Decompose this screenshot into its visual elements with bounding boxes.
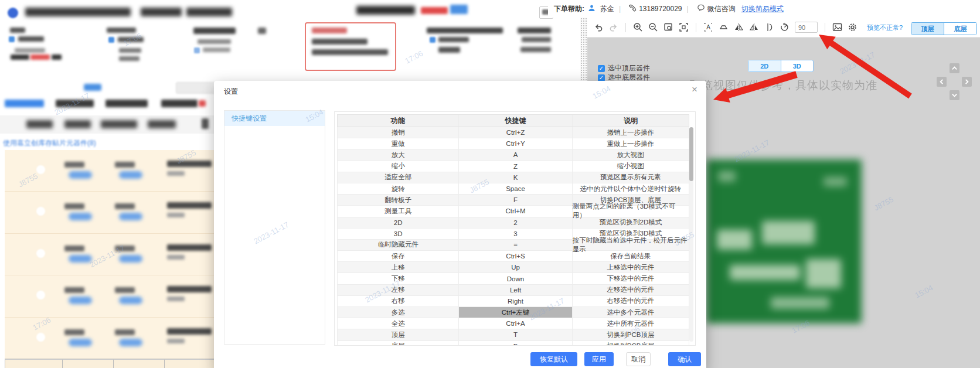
shortcut-cell[interactable]: Ctrl+S: [458, 251, 572, 261]
shortcut-cell[interactable]: Ctrl+M: [458, 206, 572, 216]
mirror-right-icon[interactable]: [749, 22, 759, 32]
blurred-cell-link[interactable]: [119, 213, 142, 220]
shortcut-cell[interactable]: Z: [458, 161, 572, 172]
blurred-cell-link[interactable]: [69, 255, 92, 263]
pan-right-button[interactable]: [962, 77, 972, 87]
shortcut-row[interactable]: 2D 2 预览区切换到2D模式: [337, 217, 689, 229]
checkbox-icon[interactable]: [9, 36, 15, 42]
checkbox-icon[interactable]: [108, 37, 114, 43]
tab[interactable]: [161, 100, 198, 107]
shortcut-cell[interactable]: Space: [458, 183, 572, 194]
tab[interactable]: [56, 100, 94, 107]
row-checkbox[interactable]: [36, 333, 45, 342]
fit-view-icon[interactable]: [679, 22, 689, 32]
shortcut-cell[interactable]: 2: [458, 217, 572, 228]
pcb-board-image[interactable]: [706, 159, 862, 323]
redo-icon[interactable]: [608, 22, 618, 32]
confirm-button[interactable]: 确认: [668, 352, 701, 366]
stock-parts-link[interactable]: 使用嘉立创库存贴片元器件(8): [3, 138, 96, 148]
shortcut-cell[interactable]: Ctrl+Z: [458, 127, 572, 138]
shortcut-row[interactable]: 旋转 Space 选中的元件以个体中心逆时针旋转: [337, 183, 689, 195]
switch-simple-mode-link[interactable]: 切换简易模式: [741, 4, 784, 14]
tab-active[interactable]: [5, 100, 44, 107]
sidebar-item-shortcuts[interactable]: 快捷键设置: [224, 111, 325, 126]
board-image-icon[interactable]: [832, 22, 842, 32]
blurred-cell-link[interactable]: [69, 297, 92, 304]
rotate-angle-input[interactable]: [795, 22, 818, 33]
shortcut-cell[interactable]: =: [458, 240, 572, 250]
shortcut-row[interactable]: 顶层 T 切换到PCB顶层: [337, 329, 689, 340]
top-layer-button[interactable]: 顶层: [911, 23, 944, 35]
table-row[interactable]: [5, 234, 223, 275]
shortcut-row[interactable]: 右移 Right 右移选中的元件: [337, 296, 689, 307]
shortcut-cell[interactable]: Up: [458, 262, 572, 272]
blurred-blue-button[interactable]: [84, 84, 101, 91]
bottom-layer-button[interactable]: 底层: [944, 23, 976, 35]
shortcut-cell[interactable]: F: [458, 195, 572, 205]
table-row[interactable]: [5, 318, 223, 359]
checkbox-checked-icon[interactable]: ✓: [598, 65, 605, 72]
blurred-detail-link[interactable]: [450, 5, 468, 14]
restore-defaults-button[interactable]: 恢复默认: [530, 352, 577, 366]
shortcut-row[interactable]: 放大 A 放大视图: [337, 149, 689, 161]
sort-icon[interactable]: [202, 118, 209, 129]
checkbox-icon[interactable]: [430, 37, 435, 43]
shortcut-row[interactable]: 多选 Ctrl+左键 选中多个元器件: [337, 307, 689, 318]
shortcut-row[interactable]: 撤销 Ctrl+Z 撤销上一步操作: [337, 127, 689, 138]
mirror-left-icon[interactable]: [734, 22, 744, 32]
blurred-cell-link[interactable]: [69, 339, 92, 346]
mode-3d-button[interactable]: 3D: [781, 60, 814, 71]
shortcut-cell[interactable]: A: [458, 149, 572, 160]
shortcut-cell[interactable]: K: [458, 172, 572, 183]
table-scrollbar[interactable]: [689, 127, 693, 342]
table-row[interactable]: [5, 192, 223, 233]
wechat-consult-link[interactable]: 微信咨询: [707, 4, 736, 14]
shortcut-row[interactable]: 左移 Left 左移选中的元件: [337, 285, 689, 296]
cancel-button[interactable]: 取消: [626, 352, 651, 366]
blurred-cell-link[interactable]: [119, 339, 142, 346]
row-checkbox[interactable]: [36, 291, 45, 299]
shortcut-cell[interactable]: Ctrl+A: [458, 318, 572, 329]
pan-left-button[interactable]: [937, 77, 947, 87]
pan-down-button[interactable]: [950, 90, 959, 100]
flip-vertical-icon[interactable]: [764, 22, 774, 32]
shortcut-cell[interactable]: T: [458, 329, 572, 340]
undo-icon[interactable]: [593, 22, 603, 32]
table-row[interactable]: [5, 150, 223, 192]
shortcut-row[interactable]: 临时隐藏元件 = 按下时隐藏当前选中元件，松开后元件显示: [337, 240, 689, 251]
shortcut-row[interactable]: 适应全部 K 预览区显示所有元素: [337, 172, 689, 183]
shortcut-cell[interactable]: 3: [458, 229, 572, 239]
shortcut-row[interactable]: 下移 Down 下移选中的元件: [337, 273, 689, 284]
shortcut-row[interactable]: 底层 B 切换到PCB底层: [337, 341, 689, 346]
zoom-in-icon[interactable]: [633, 22, 643, 32]
checkbox-icon[interactable]: [194, 47, 200, 53]
table-row[interactable]: [5, 275, 223, 317]
blurred-cell-link[interactable]: [119, 255, 142, 263]
preview-issue-link[interactable]: 预览不正常?: [867, 23, 903, 32]
shortcut-row[interactable]: 缩小 Z 缩小视图: [337, 161, 689, 172]
shortcut-row[interactable]: 全选 Ctrl+A 选中所有元器件: [337, 318, 689, 329]
shortcut-row[interactable]: 保存 Ctrl+S 保存当前结果: [337, 251, 689, 262]
settings-gear-icon[interactable]: [848, 22, 858, 32]
blurred-cell-link[interactable]: [69, 213, 92, 220]
shortcut-cell[interactable]: Left: [458, 285, 572, 295]
zoom-out-icon[interactable]: [648, 22, 658, 32]
shortcut-cell[interactable]: Right: [458, 296, 572, 306]
mode-2d-button[interactable]: 2D: [748, 60, 781, 71]
row-checkbox[interactable]: [36, 207, 45, 216]
pan-up-button[interactable]: [950, 63, 959, 73]
row-checkbox[interactable]: [36, 249, 45, 258]
row-checkbox[interactable]: [36, 165, 45, 174]
shortcut-cell[interactable]: Down: [458, 273, 572, 284]
shortcut-cell[interactable]: Ctrl+左键: [458, 307, 572, 318]
blurred-cell-link[interactable]: [119, 297, 142, 304]
mirror-text-icon[interactable]: A: [703, 22, 713, 32]
tab[interactable]: [106, 100, 148, 107]
scrollbar-thumb[interactable]: [689, 127, 693, 181]
close-icon[interactable]: ×: [692, 84, 697, 94]
flip-horizontal-icon[interactable]: [719, 22, 729, 32]
shortcut-row[interactable]: 重做 Ctrl+Y 重做上一步操作: [337, 138, 689, 149]
blurred-cell-link[interactable]: [119, 171, 142, 179]
rotate-angle-icon[interactable]: [780, 22, 790, 32]
shortcut-row[interactable]: 上移 Up 上移选中的元件: [337, 262, 689, 273]
